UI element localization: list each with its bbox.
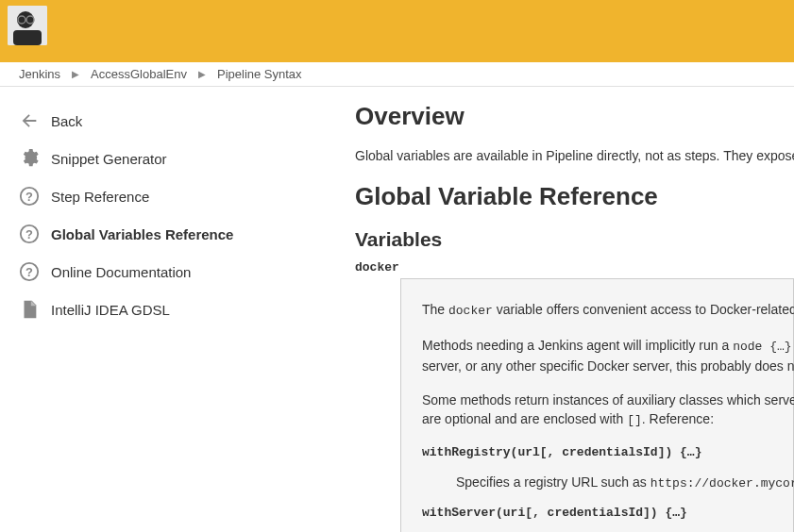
method-withregistry-desc: Specifies a registry URL such as https:/… [456, 474, 772, 490]
docker-documentation: The docker variable offers convenient ac… [400, 278, 794, 532]
breadcrumb-job[interactable]: AccessGlobalEnv [91, 67, 187, 81]
avatar[interactable] [8, 6, 47, 45]
docker-doc-p3: Some methods return instances of auxilia… [422, 391, 772, 430]
svg-text:?: ? [25, 190, 33, 204]
sidebar-item-label: Snippet Generator [51, 151, 167, 167]
header [0, 0, 794, 62]
docker-doc-p2: Methods needing a Jenkins agent will imp… [422, 336, 772, 375]
svg-text:?: ? [25, 227, 33, 241]
reference-heading: Global Variable Reference [355, 182, 794, 211]
breadcrumb-pipeline-syntax[interactable]: Pipeline Syntax [217, 67, 302, 81]
sidebar-item-label: IntelliJ IDEA GDSL [51, 302, 170, 318]
main-content: Overview Global variables are available … [355, 87, 794, 532]
gear-icon [19, 148, 40, 169]
help-icon: ? [19, 186, 40, 207]
help-icon: ? [19, 224, 40, 244]
docker-doc-p1: The docker variable offers convenient ac… [422, 300, 772, 321]
sidebar-item-label: Back [51, 113, 82, 129]
variables-heading: Variables [355, 228, 794, 251]
sidebar-item-label: Online Documentation [51, 264, 191, 280]
help-icon: ? [19, 261, 40, 282]
breadcrumb: Jenkins ▶ AccessGlobalEnv ▶ Pipeline Syn… [0, 62, 794, 87]
overview-text: Global variables are available in Pipeli… [355, 148, 794, 163]
svg-text:?: ? [25, 265, 33, 279]
breadcrumb-jenkins[interactable]: Jenkins [19, 67, 60, 81]
document-icon [19, 299, 40, 320]
arrow-left-icon [19, 110, 40, 131]
sidebar-item-online-documentation[interactable]: ? Online Documentation [0, 253, 355, 291]
sidebar-item-global-variables-reference[interactable]: ? Global Variables Reference [0, 215, 355, 253]
chevron-right-icon: ▶ [72, 69, 79, 79]
method-withregistry: withRegistry(url[, credentialsId]) {…} [422, 445, 772, 459]
sidebar-item-intellij-gdsl[interactable]: IntelliJ IDEA GDSL [0, 291, 355, 328]
sidebar-item-label: Global Variables Reference [51, 226, 233, 242]
svg-rect-2 [13, 30, 42, 45]
sidebar-item-snippet-generator[interactable]: Snippet Generator [0, 140, 355, 177]
variable-docker: docker [355, 260, 794, 274]
sidebar-item-step-reference[interactable]: ? Step Reference [0, 177, 355, 215]
method-withserver: withServer(uri[, credentialsId]) {…} [422, 506, 772, 520]
sidebar: Back Snippet Generator ? Step Reference … [0, 87, 355, 532]
overview-heading: Overview [355, 102, 794, 131]
sidebar-item-back[interactable]: Back [0, 102, 355, 140]
chevron-right-icon: ▶ [198, 69, 206, 79]
sidebar-item-label: Step Reference [51, 189, 149, 205]
